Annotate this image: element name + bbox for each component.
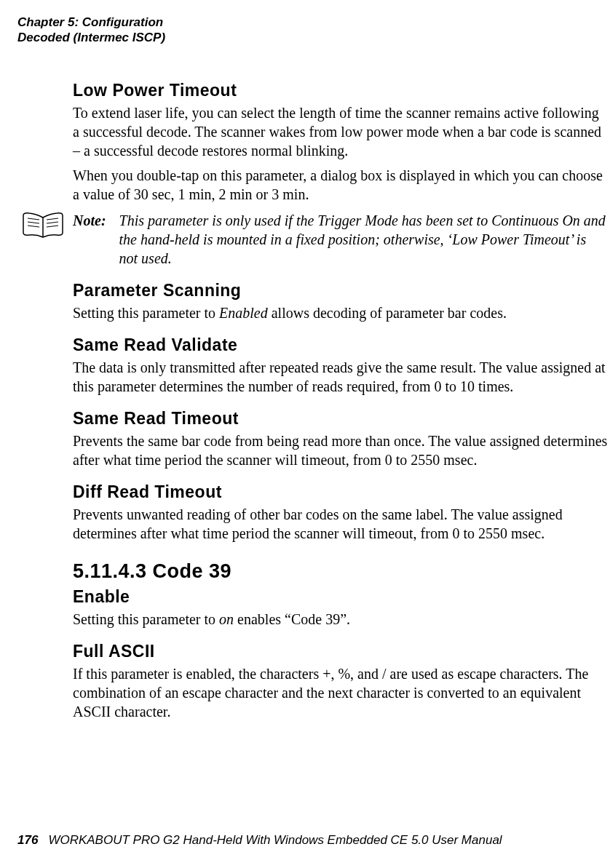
paragraph: The data is only transmitted after repea…	[73, 358, 608, 396]
header-section: Decoded (Intermec ISCP)	[17, 30, 610, 45]
heading-low-power-timeout: Low Power Timeout	[73, 81, 608, 100]
heading-parameter-scanning: Parameter Scanning	[73, 281, 608, 300]
heading-full-ascii: Full ASCII	[73, 642, 608, 661]
paragraph: To extend laser life, you can select the…	[73, 103, 608, 160]
paragraph: If this parameter is enabled, the charac…	[73, 664, 608, 721]
note-label: Note:	[73, 211, 106, 268]
emphasis: Enabled	[219, 305, 268, 321]
page-number: 176	[17, 833, 38, 847]
text: Setting this parameter to	[73, 611, 219, 627]
book-icon	[22, 211, 66, 242]
header-chapter: Chapter 5: Configuration	[17, 15, 610, 30]
text: Setting this parameter to	[73, 305, 219, 321]
note-body: This parameter is only used if the Trigg…	[119, 211, 608, 268]
emphasis: on	[219, 611, 234, 627]
paragraph: Setting this parameter to Enabled allows…	[73, 303, 608, 322]
paragraph: Prevents unwanted reading of other bar c…	[73, 505, 608, 543]
heading-same-read-timeout: Same Read Timeout	[73, 409, 608, 429]
page-footer: 176WORKABOUT PRO G2 Hand-Held With Windo…	[17, 833, 502, 848]
page: Chapter 5: Configuration Decoded (Interm…	[0, 0, 610, 868]
footer-text: WORKABOUT PRO G2 Hand-Held With Windows …	[48, 833, 502, 847]
heading-same-read-validate: Same Read Validate	[73, 335, 608, 355]
text: allows decoding of parameter bar codes.	[268, 305, 507, 321]
page-content: Low Power Timeout To extend laser life, …	[0, 46, 608, 721]
page-header: Chapter 5: Configuration Decoded (Interm…	[0, 15, 610, 46]
heading-diff-read-timeout: Diff Read Timeout	[73, 482, 608, 502]
heading-code-39: 5.11.4.3 Code 39	[73, 560, 608, 583]
text: enables “Code 39”.	[234, 611, 350, 627]
paragraph: Setting this parameter to on enables “Co…	[73, 610, 608, 629]
note-block: Note: This parameter is only used if the…	[22, 211, 608, 268]
note-text: Note: This parameter is only used if the…	[73, 211, 608, 268]
heading-enable: Enable	[73, 587, 608, 607]
paragraph: Prevents the same bar code from being re…	[73, 431, 608, 469]
paragraph: When you double-tap on this parameter, a…	[73, 166, 608, 204]
